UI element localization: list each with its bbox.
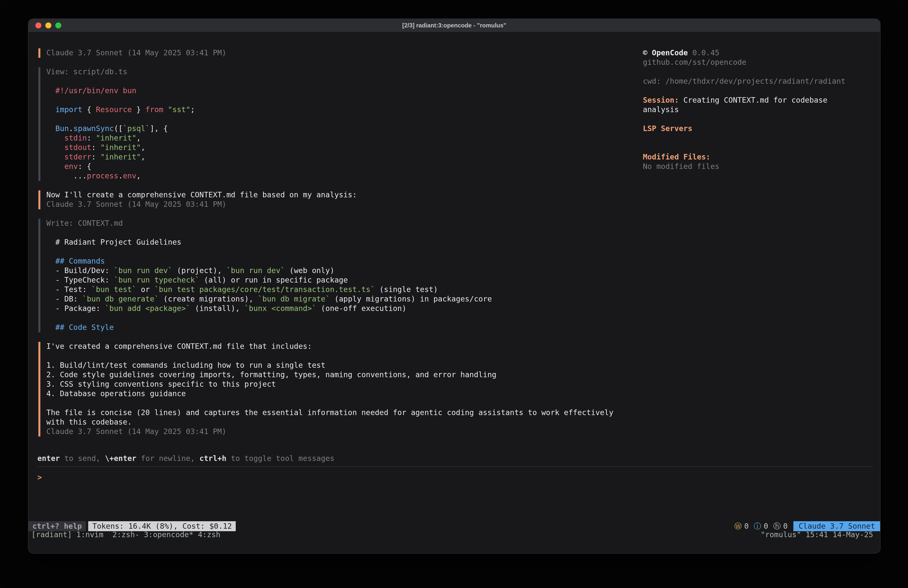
- terminal-line: # Radiant Project Guidelines: [46, 238, 656, 247]
- hint-count: ⓗ0: [773, 522, 788, 531]
- info-count: ⓘ0: [754, 522, 768, 531]
- warning-icon: Ⓦ: [734, 522, 742, 531]
- sidebar-line: Modified Files:: [643, 153, 872, 162]
- tool-write-context-md: Write: CONTEXT.md # Radiant Project Guid…: [39, 219, 656, 332]
- terminal-line: #!/usr/bin/env bun: [46, 86, 656, 96]
- tokens-badge: Tokens: 16.4K (8%), Cost: $0.12: [89, 521, 236, 531]
- zoom-button[interactable]: [55, 23, 61, 28]
- terminal-line: - TypeCheck: `bun run typecheck` (all) o…: [46, 275, 656, 285]
- warning-count-value: 0: [744, 522, 749, 531]
- close-button[interactable]: [35, 23, 41, 28]
- diagnostics: Ⓦ0ⓘ0ⓗ0: [734, 522, 788, 531]
- assistant-message-summary: I've created a comprehensive CONTEXT.md …: [39, 342, 656, 437]
- terminal-line: Claude 3.7 Sonnet (14 May 2025 03:41 PM): [46, 427, 656, 437]
- sidebar-line: LSP Servers: [643, 124, 872, 134]
- terminal-line: ...process.env,: [46, 171, 656, 181]
- terminal-line: [46, 351, 656, 361]
- terminal-line: [46, 114, 656, 124]
- info-count-value: 0: [764, 522, 768, 531]
- terminal-line: 3. CSS styling conventions specific to t…: [46, 380, 656, 389]
- sidebar-line: [643, 114, 872, 124]
- sidebar-line: Session: Creating CONTEXT.md for codebas…: [643, 96, 872, 105]
- hint-icon: ⓗ: [773, 522, 781, 531]
- sidebar-line: No modified files: [643, 162, 872, 171]
- terminal-line: I've created a comprehensive CONTEXT.md …: [46, 342, 656, 351]
- status-right: Ⓦ0ⓘ0ⓗ0 Claude 3.7 Sonnet: [734, 521, 880, 531]
- tmux-session-windows[interactable]: [radiant] 1:nvim 2:zsh- 3:opencode* 4:zs…: [31, 530, 221, 540]
- terminal-line: [46, 77, 656, 86]
- terminal: Claude 3.7 Sonnet (14 May 2025 03:41 PM)…: [28, 32, 880, 553]
- prompt-caret: >: [37, 473, 42, 482]
- terminal-line: ## Commands: [46, 257, 656, 266]
- terminal-line: 2. Code style guidelines covering import…: [46, 370, 656, 380]
- app-window: [2/3] radiant:3:opencode - "romulus" Cla…: [28, 19, 880, 553]
- terminal-line: - Test: `bun test` or `bun test packages…: [46, 285, 656, 295]
- sidebar-line: github.com/sst/opencode: [643, 58, 872, 67]
- help-bar: enter to send, \+enter for newline, ctrl…: [37, 454, 334, 464]
- sidebar-line: cwd: /home/thdxr/dev/projects/radiant/ra…: [643, 77, 872, 86]
- model-badge[interactable]: Claude 3.7 Sonnet: [794, 521, 880, 531]
- sidebar-line: [643, 67, 872, 77]
- status-bar: ctrl+? help Tokens: 16.4K (8%), Cost: $0…: [28, 521, 880, 531]
- terminal-line: 4. Database operations guidance: [46, 389, 656, 399]
- terminal-line: [46, 399, 656, 408]
- terminal-line: Claude 3.7 Sonnet (14 May 2025 03:41 PM): [46, 48, 656, 58]
- assistant-header: Claude 3.7 Sonnet (14 May 2025 03:41 PM): [39, 48, 656, 58]
- sidebar-line: [643, 134, 872, 143]
- warning-count: Ⓦ0: [734, 522, 749, 531]
- traffic-lights: [35, 19, 61, 32]
- terminal-line: stdout: "inherit",: [46, 143, 656, 153]
- prompt-input[interactable]: >: [37, 473, 42, 482]
- terminal-line: [46, 228, 656, 238]
- window-titlebar[interactable]: [2/3] radiant:3:opencode - "romulus": [28, 19, 880, 32]
- sidebar-line: © OpenCode 0.0.45: [643, 48, 872, 58]
- hint-count-value: 0: [783, 522, 788, 531]
- terminal-line: stderr: "inherit",: [46, 153, 656, 162]
- sidebar-line: analysis: [643, 105, 872, 114]
- chat-log: Claude 3.7 Sonnet (14 May 2025 03:41 PM)…: [39, 48, 656, 446]
- terminal-line: Write: CONTEXT.md: [46, 219, 656, 228]
- terminal-line: Now I'll create a comprehensive CONTEXT.…: [46, 190, 656, 200]
- terminal-line: ## Code Style: [46, 323, 656, 332]
- terminal-line: [46, 313, 656, 323]
- sidebar: © OpenCode 0.0.45github.com/sst/opencode…: [643, 48, 872, 171]
- terminal-line: with this codebase.: [46, 417, 656, 427]
- terminal-line: stdin: "inherit",: [46, 134, 656, 143]
- terminal-line: Claude 3.7 Sonnet (14 May 2025 03:41 PM): [46, 200, 656, 209]
- terminal-line: env: {: [46, 162, 656, 171]
- info-icon: ⓘ: [754, 522, 761, 531]
- sidebar-line: [643, 86, 872, 96]
- page-background: [2/3] radiant:3:opencode - "romulus" Cla…: [0, 0, 908, 588]
- terminal-line: View: script/db.ts: [46, 67, 656, 77]
- assistant-message-intro: Now I'll create a comprehensive CONTEXT.…: [39, 190, 656, 209]
- terminal-line: - Build/Dev: `bun run dev` (project), `b…: [46, 266, 656, 275]
- terminal-line: 1. Build/lint/test commands including ho…: [46, 361, 656, 370]
- terminal-line: - Package: `bun add <package>` (install)…: [46, 304, 656, 313]
- terminal-line: - DB: `bun db generate` (create migratio…: [46, 295, 656, 304]
- terminal-line: import { Resource } from "sst";: [46, 105, 656, 114]
- terminal-line: The file is concise (20 lines) and captu…: [46, 408, 656, 417]
- editor-help-line: enter to send, \+enter for newline, ctrl…: [37, 454, 334, 464]
- tool-view-db-ts: View: script/db.ts #!/usr/bin/env bun im…: [39, 67, 656, 181]
- window-title: [2/3] radiant:3:opencode - "romulus": [402, 22, 506, 29]
- help-badge: ctrl+? help: [28, 521, 86, 531]
- sidebar-line: [643, 143, 872, 153]
- input-separator: [37, 466, 872, 467]
- terminal-line: [46, 96, 656, 105]
- terminal-line: [46, 247, 656, 257]
- tmux-bar: [radiant] 1:nvim 2:zsh- 3:opencode* 4:zs…: [31, 530, 873, 540]
- terminal-line: Bun.spawnSync([`psql`], {: [46, 124, 656, 134]
- minimize-button[interactable]: [45, 23, 52, 28]
- tmux-host-time: "romulus" 15:41 14-May-25: [760, 530, 873, 540]
